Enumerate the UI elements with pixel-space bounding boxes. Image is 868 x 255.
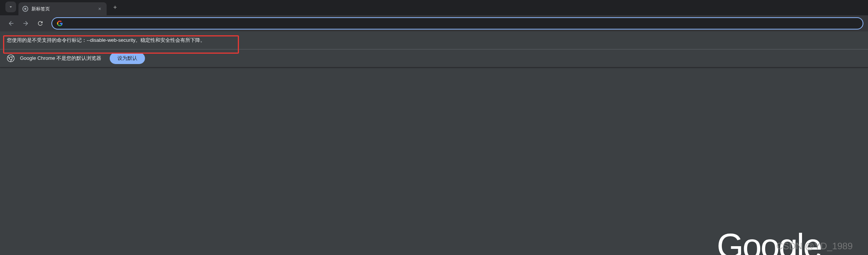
plus-icon bbox=[112, 5, 118, 10]
forward-button[interactable] bbox=[19, 17, 32, 30]
browser-tab[interactable]: 新标签页 bbox=[18, 2, 107, 15]
set-default-button[interactable]: 设为默认 bbox=[110, 53, 145, 64]
tab-title: 新标签页 bbox=[31, 6, 97, 12]
warning-text: 您使用的是不受支持的命令行标记：--disable-web-security。稳… bbox=[7, 37, 205, 43]
tab-close-button[interactable] bbox=[97, 6, 103, 12]
reload-icon bbox=[37, 20, 44, 27]
arrow-left-icon bbox=[8, 20, 15, 27]
back-button[interactable] bbox=[5, 17, 18, 30]
infobar-message: Google Chrome 不是您的默认浏览器 bbox=[20, 55, 101, 62]
arrow-right-icon bbox=[22, 20, 29, 27]
default-browser-infobar: Google Chrome 不是您的默认浏览器 设为默认 bbox=[0, 49, 868, 67]
chevron-down-icon bbox=[8, 4, 13, 10]
security-warning-banner: 您使用的是不受支持的命令行标记：--disable-web-security。稳… bbox=[0, 31, 868, 49]
omnibox-input[interactable] bbox=[66, 20, 858, 26]
google-g-icon bbox=[57, 20, 63, 26]
toolbar bbox=[0, 15, 868, 31]
chrome-favicon-icon bbox=[22, 6, 28, 12]
new-tab-button[interactable] bbox=[110, 2, 120, 13]
new-tab-content: Google CSDN @YD_1989 bbox=[0, 67, 868, 255]
address-bar[interactable] bbox=[51, 17, 863, 30]
close-icon bbox=[98, 7, 102, 11]
tab-strip: 新标签页 bbox=[0, 0, 868, 15]
svg-point-1 bbox=[24, 8, 26, 10]
search-tabs-dropdown[interactable] bbox=[5, 2, 16, 12]
reload-button[interactable] bbox=[34, 17, 47, 30]
google-logo: Google bbox=[717, 227, 821, 255]
chrome-logo-icon bbox=[7, 54, 15, 62]
